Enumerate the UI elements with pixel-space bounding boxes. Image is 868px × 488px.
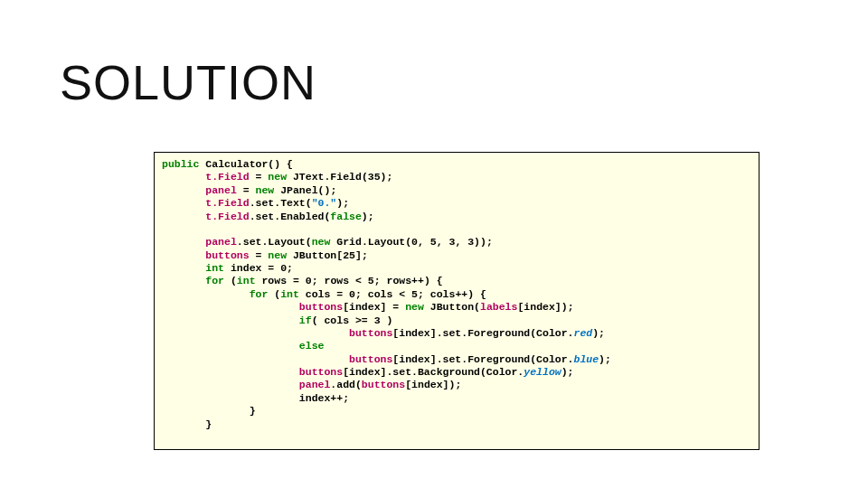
code-text: Grid.Layout(0, 5, 3, 3)); bbox=[330, 236, 492, 248]
code-text: JButton[25]; bbox=[287, 249, 368, 261]
id-buttons: buttons bbox=[362, 379, 405, 390]
kw-new: new bbox=[405, 301, 424, 313]
kw-false: false bbox=[330, 211, 362, 222]
code-text: ); bbox=[592, 327, 605, 339]
code-text: ( bbox=[268, 288, 280, 300]
kw-new: new bbox=[312, 236, 331, 248]
kw-new: new bbox=[256, 184, 275, 196]
code-text: ); bbox=[362, 211, 374, 222]
code-text: .add( bbox=[330, 379, 362, 390]
code-text: = bbox=[237, 184, 256, 196]
slide-title: SOLUTION bbox=[60, 54, 316, 110]
code-text: [index].set.Foreground(Color. bbox=[392, 353, 573, 365]
code-text: [index].set.Background(Color. bbox=[343, 366, 524, 378]
code-text: } bbox=[205, 418, 212, 430]
id-buttons: buttons bbox=[349, 327, 392, 339]
code-text: JText.Field(35); bbox=[287, 171, 392, 183]
kw-for: for bbox=[205, 275, 224, 286]
code-text: [index].set.Foreground(Color. bbox=[392, 327, 573, 339]
id-panel: panel bbox=[205, 184, 237, 196]
kw-int: int bbox=[237, 275, 256, 286]
lit-red: red bbox=[574, 327, 593, 339]
code-text: = bbox=[250, 171, 269, 183]
lit-blue: blue bbox=[574, 353, 599, 365]
code-text: [index] = bbox=[343, 301, 405, 313]
kw-int: int bbox=[205, 262, 224, 274]
code-text: ); bbox=[336, 197, 349, 209]
kw-public: public bbox=[162, 158, 199, 170]
lit-yellow: yellow bbox=[524, 366, 561, 378]
id-tfield: t.Field bbox=[205, 171, 249, 183]
id-tfield: t.Field bbox=[205, 197, 249, 209]
code-listing: public Calculator() { t.Field = new JTex… bbox=[162, 158, 751, 431]
slide: SOLUTION public Calculator() { t.Field =… bbox=[0, 0, 868, 488]
code-text: ( bbox=[224, 275, 237, 286]
code-text: JPanel(); bbox=[274, 184, 336, 196]
kw-for: for bbox=[250, 288, 269, 300]
code-box: public Calculator() { t.Field = new JTex… bbox=[154, 152, 760, 450]
kw-int: int bbox=[280, 288, 299, 300]
id-buttons: buttons bbox=[349, 353, 392, 365]
id-tfield: t.Field bbox=[205, 211, 249, 222]
str-literal: "0." bbox=[312, 197, 337, 209]
code-text: index = 0; bbox=[224, 262, 293, 274]
code-text: [index]); bbox=[405, 379, 461, 390]
code-text: .set.Enabled( bbox=[250, 211, 331, 222]
code-text: rows = 0; rows < 5; rows++) { bbox=[256, 275, 443, 286]
id-panel: panel bbox=[205, 236, 237, 248]
code-text: cols = 0; cols < 5; cols++) { bbox=[299, 288, 486, 300]
code-text: ); bbox=[561, 366, 574, 378]
code-text: = bbox=[250, 249, 269, 261]
code-text: .set.Layout( bbox=[237, 236, 312, 248]
id-buttons: buttons bbox=[299, 366, 343, 378]
kw-else: else bbox=[299, 340, 325, 352]
code-text: Calculator() { bbox=[199, 158, 293, 170]
code-text: index++; bbox=[299, 392, 349, 404]
id-panel: panel bbox=[299, 379, 331, 390]
id-labels: labels bbox=[480, 301, 517, 313]
code-text: } bbox=[250, 405, 256, 417]
kw-if: if bbox=[299, 314, 312, 326]
id-buttons: buttons bbox=[205, 249, 249, 261]
id-buttons: buttons bbox=[299, 301, 343, 313]
code-text: JButton( bbox=[424, 301, 480, 313]
kw-new: new bbox=[268, 249, 287, 261]
code-text: [index]); bbox=[517, 301, 573, 313]
code-text: ( cols >= 3 ) bbox=[312, 314, 393, 326]
code-text: .set.Text( bbox=[250, 197, 312, 209]
kw-new: new bbox=[268, 171, 287, 183]
code-text: ); bbox=[599, 353, 611, 365]
